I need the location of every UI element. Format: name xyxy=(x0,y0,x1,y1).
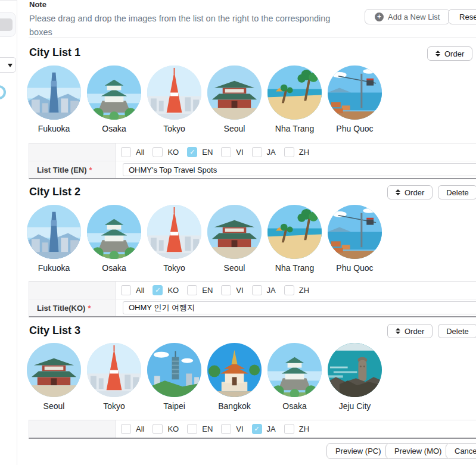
lang-checkbox-en[interactable]: ✓EN xyxy=(187,147,213,157)
lang-checkbox-zh[interactable]: ZH xyxy=(284,424,309,434)
checkbox-unchecked[interactable] xyxy=(121,147,131,157)
lang-checkbox-zh[interactable]: ZH xyxy=(284,285,309,295)
lang-checkbox-ko[interactable]: ✓KO xyxy=(153,285,179,295)
order-button[interactable]: Order xyxy=(427,46,472,61)
lang-checkbox-en[interactable]: EN xyxy=(187,424,213,434)
order-button[interactable]: Order xyxy=(387,324,433,338)
checkbox-checked[interactable]: ✓ xyxy=(153,285,163,295)
lang-label: All xyxy=(136,425,144,433)
list-heading: City List 2 xyxy=(29,186,80,198)
lang-checkbox-all[interactable]: All xyxy=(121,285,144,295)
city-image-tokyo[interactable] xyxy=(147,205,201,259)
lang-checkbox-ko[interactable]: KO xyxy=(153,147,179,157)
lang-checkbox-vi[interactable]: VI xyxy=(221,147,243,157)
city-image-tokyo[interactable] xyxy=(87,343,141,397)
lang-label: VI xyxy=(236,425,243,433)
city-row: SeoulTokyoTaipeiBangkokOsakaJeju City xyxy=(27,343,382,411)
city-name-label: Bangkok xyxy=(207,401,262,411)
cancel-button[interactable]: Cancel xyxy=(446,443,476,459)
lang-row: AllKO✓ENVIJAZH xyxy=(29,143,476,161)
order-button[interactable]: Order xyxy=(387,185,433,199)
checkbox-unchecked[interactable] xyxy=(252,147,262,157)
lang-checkbox-ja[interactable]: JA xyxy=(252,285,276,295)
city-image-nhatrang[interactable] xyxy=(267,65,322,120)
preview-mo-button[interactable]: Preview (MO) xyxy=(385,443,450,459)
lang-checkbox-all[interactable]: All xyxy=(121,147,144,157)
title-value-cell xyxy=(116,161,476,178)
city-item: Jeju City xyxy=(328,343,382,411)
city-image-nhatrang[interactable] xyxy=(267,205,322,259)
checkbox-unchecked[interactable] xyxy=(153,424,163,434)
city-image-osaka[interactable] xyxy=(87,205,141,259)
list-title-input[interactable] xyxy=(123,301,476,314)
city-image-seoul[interactable] xyxy=(207,65,262,120)
checkbox-unchecked[interactable] xyxy=(221,424,231,434)
city-image-fukuoka[interactable] xyxy=(27,205,81,259)
checkbox-checked[interactable]: ✓ xyxy=(187,147,197,157)
cancel-label: Cancel xyxy=(455,447,476,455)
lang-checkbox-ko[interactable]: KO xyxy=(153,424,179,434)
city-name-label: Osaka xyxy=(267,401,322,411)
checkbox-unchecked[interactable] xyxy=(153,147,163,157)
checkbox-unchecked[interactable] xyxy=(221,285,231,295)
lang-label: KO xyxy=(167,148,179,157)
lang-checkbox-en[interactable]: EN xyxy=(187,285,213,295)
lang-row: All✓KOENVIJAZH xyxy=(29,282,476,299)
city-name-label: Seoul xyxy=(27,401,81,411)
title-label-cell: List Title (EN)* xyxy=(29,161,116,178)
action-label: Delete xyxy=(446,327,469,336)
city-image-jeju[interactable] xyxy=(328,343,382,397)
city-image-phuquoc[interactable] xyxy=(328,205,382,259)
city-image-osaka[interactable] xyxy=(267,343,322,397)
city-name-label: Jeju City xyxy=(328,401,382,411)
reset-label: Reset xyxy=(459,13,476,21)
add-new-list-button[interactable]: + Add a New List xyxy=(365,9,450,24)
note-title: Note xyxy=(29,0,46,9)
city-image-taipei[interactable] xyxy=(147,343,201,397)
checkbox-unchecked[interactable] xyxy=(221,147,231,157)
list-title-input[interactable] xyxy=(123,163,476,176)
rail-top-border xyxy=(0,0,17,1)
delete-button[interactable]: Delete xyxy=(438,185,476,199)
lang-checkbox-ja[interactable]: JA xyxy=(252,147,276,157)
lang-checkbox-vi[interactable]: VI xyxy=(221,424,243,434)
checkbox-checked[interactable]: ✓ xyxy=(252,424,262,434)
city-image-osaka[interactable] xyxy=(87,65,141,120)
city-item: Bangkok xyxy=(207,343,262,411)
action-label: Order xyxy=(405,327,424,336)
preview-pc-button[interactable]: Preview (PC) xyxy=(326,443,390,459)
lang-label: EN xyxy=(202,286,213,295)
checkbox-unchecked[interactable] xyxy=(252,285,262,295)
city-image-seoul[interactable] xyxy=(27,343,81,397)
sort-arrows-icon xyxy=(435,51,440,57)
lang-label: ZH xyxy=(299,148,309,157)
lang-checkbox-all[interactable]: All xyxy=(121,424,144,434)
city-item: Phu Quoc xyxy=(328,65,382,133)
lang-checkbox-zh[interactable]: ZH xyxy=(284,147,309,157)
checkbox-unchecked[interactable] xyxy=(187,285,197,295)
checkbox-unchecked[interactable] xyxy=(284,424,294,434)
required-asterisk: * xyxy=(89,166,92,174)
rail-dropdown[interactable] xyxy=(0,57,16,73)
checkbox-unchecked[interactable] xyxy=(121,285,131,295)
city-image-phuquoc[interactable] xyxy=(328,65,382,120)
checkbox-unchecked[interactable] xyxy=(284,285,294,295)
city-image-fukuoka[interactable] xyxy=(27,65,81,120)
city-image-seoul[interactable] xyxy=(207,205,262,259)
city-name-label: Osaka xyxy=(87,263,141,273)
preview-pc-label: Preview (PC) xyxy=(335,447,381,455)
lang-checkbox-vi[interactable]: VI xyxy=(221,285,243,295)
checkbox-unchecked[interactable] xyxy=(121,424,131,434)
checkbox-unchecked[interactable] xyxy=(187,424,197,434)
lang-checkbox-ja[interactable]: ✓JA xyxy=(252,424,276,434)
lang-label: All xyxy=(136,286,144,295)
city-image-tokyo[interactable] xyxy=(147,65,201,120)
city-name-label: Taipei xyxy=(147,401,201,411)
delete-button[interactable]: Delete xyxy=(438,324,476,338)
city-image-bangkok[interactable] xyxy=(207,343,262,397)
chevron-down-icon xyxy=(8,64,13,67)
checkbox-unchecked[interactable] xyxy=(284,147,294,157)
list-heading: City List 1 xyxy=(29,46,80,59)
reset-button[interactable]: Reset xyxy=(448,9,476,24)
city-item: Nha Trang xyxy=(267,205,322,273)
